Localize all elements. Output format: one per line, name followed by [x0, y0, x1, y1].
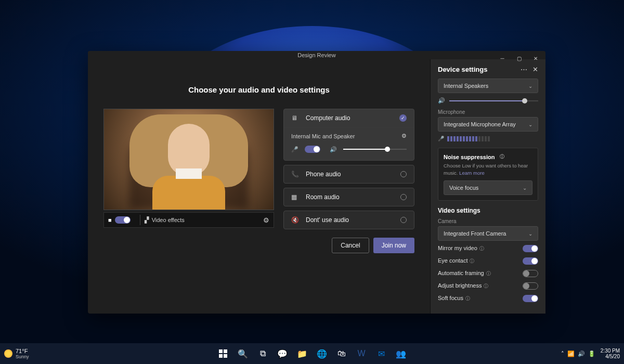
chevron-down-icon: ⌄: [528, 122, 532, 127]
store-icon[interactable]: 🛍: [332, 344, 351, 363]
microphone-icon: 🎤: [291, 146, 298, 153]
camera-preview: [103, 109, 274, 210]
task-view-icon[interactable]: ⧉: [253, 344, 272, 363]
phone-icon: 📞: [291, 171, 300, 178]
adjust-brightness-toggle-row: Adjust brightnessⓘ: [438, 282, 538, 290]
checkmark-icon: ✓: [399, 114, 407, 122]
battery-icon[interactable]: 🔋: [588, 350, 595, 357]
chevron-down-icon: ⌄: [523, 185, 527, 191]
maximize-button[interactable]: ▢: [511, 53, 527, 63]
preview-toolbar: ■ ▞ Video effects ⚙: [103, 212, 274, 228]
soft-focus-toggle[interactable]: [523, 295, 538, 302]
info-icon[interactable]: ⓘ: [465, 296, 470, 301]
video-effects-button[interactable]: Video effects: [152, 217, 185, 223]
automatic-framing-toggle-row: Automatic framingⓘ: [438, 270, 538, 277]
chevron-down-icon: ⌄: [528, 231, 532, 237]
chevron-up-icon[interactable]: ˄: [561, 350, 564, 357]
taskbar-clock[interactable]: 2:30 PM 4/5/20: [601, 348, 620, 359]
edge-icon[interactable]: 🌐: [313, 344, 331, 363]
page-title: Choose your audio and video settings: [103, 85, 414, 94]
gear-icon[interactable]: ⚙: [263, 216, 269, 224]
audio-option-room[interactable]: ▦ Room audio: [283, 188, 414, 206]
radio-unchecked: [400, 217, 407, 223]
file-explorer-icon[interactable]: 📁: [293, 344, 311, 363]
camera-section-label: Camera: [438, 218, 538, 224]
audio-option-phone[interactable]: 📞 Phone audio: [283, 165, 414, 184]
mirror-video-toggle-row: Mirror my videoⓘ: [438, 245, 538, 252]
more-icon[interactable]: ⋯: [521, 66, 527, 73]
eye-contact-toggle[interactable]: [523, 257, 538, 265]
soft-focus-toggle-row: Soft focusⓘ: [438, 295, 538, 302]
info-icon[interactable]: ⓘ: [479, 246, 484, 251]
adjust-brightness-toggle[interactable]: [523, 282, 538, 290]
computer-audio-icon: 🖥: [291, 114, 300, 122]
mixer-icon[interactable]: ⚙: [401, 133, 407, 139]
camera-dropdown[interactable]: Integrated Front Camera⌄: [438, 226, 538, 241]
svg-rect-2: [219, 354, 223, 358]
mirror-video-toggle[interactable]: [523, 245, 538, 252]
info-icon[interactable]: ⓘ: [484, 283, 488, 289]
outlook-icon[interactable]: ✉: [372, 344, 391, 363]
info-icon[interactable]: ⓘ: [500, 153, 504, 160]
chat-icon[interactable]: 💬: [273, 344, 292, 363]
system-tray[interactable]: ˄📶🔊🔋: [561, 350, 595, 357]
join-now-button[interactable]: Join now: [373, 238, 414, 253]
speaker-icon: 🔊: [438, 97, 445, 104]
room-audio-icon: ▦: [291, 193, 300, 201]
mute-icon: 🔇: [291, 216, 300, 224]
noise-suppression-box: Noise suppressionⓘ Choose Low if you wan…: [438, 148, 538, 201]
noise-suppression-dropdown[interactable]: Voice focus⌄: [444, 180, 532, 195]
settings-title: Device settings: [438, 66, 487, 73]
audio-source-label: Internal Mic and Speaker: [291, 133, 355, 139]
volume-slider[interactable]: [343, 149, 407, 150]
prejoin-dialog: Design Review ─ ▢ ✕ Choose your audio an…: [88, 51, 545, 314]
info-icon[interactable]: ⓘ: [486, 271, 491, 276]
window-title: Design Review: [297, 52, 335, 58]
titlebar: Design Review ─ ▢ ✕: [88, 51, 545, 59]
minimize-button[interactable]: ─: [495, 53, 510, 63]
speaker-icon: 🔊: [330, 146, 337, 153]
teams-icon[interactable]: 👥: [392, 344, 410, 363]
close-settings-icon[interactable]: ✕: [532, 66, 538, 73]
taskbar: 71°F Sunny 🔍 ⧉ 💬 📁 🌐 🛍 W ✉ 👥 ˄📶🔊🔋 2:30 P…: [0, 343, 624, 364]
radio-unchecked: [400, 194, 407, 200]
radio-unchecked: [400, 171, 407, 177]
svg-rect-0: [219, 349, 223, 353]
main-panel: Choose your audio and video settings ■ ▞…: [88, 59, 430, 314]
effects-icon: ▞: [145, 217, 149, 224]
eye-contact-toggle-row: Eye contactⓘ: [438, 257, 538, 265]
video-settings-title: Video settings: [438, 207, 538, 214]
microphone-level-meter: 🎤: [438, 136, 538, 141]
microphone-icon: 🎤: [438, 136, 444, 141]
chevron-down-icon: ⌄: [528, 83, 532, 89]
info-icon[interactable]: ⓘ: [470, 258, 474, 264]
microphone-dropdown[interactable]: Integrated Microphone Array⌄: [438, 117, 538, 132]
volume-icon[interactable]: 🔊: [578, 350, 585, 357]
speaker-volume-slider[interactable]: [449, 100, 538, 101]
learn-more-link[interactable]: Learn more: [459, 170, 485, 176]
microphone-toggle[interactable]: [305, 146, 320, 153]
microphone-section-label: Microphone: [438, 109, 538, 115]
word-icon[interactable]: W: [352, 344, 371, 363]
audio-option-none[interactable]: 🔇 Dont' use audio: [283, 211, 414, 229]
automatic-framing-toggle[interactable]: [523, 270, 538, 277]
camera-icon: ■: [108, 217, 112, 223]
speaker-dropdown[interactable]: Internal Speakers⌄: [438, 79, 538, 93]
close-button[interactable]: ✕: [528, 53, 543, 63]
audio-option-computer[interactable]: 🖥 Computer audio ✓ Internal Mic and Spea…: [283, 109, 414, 161]
camera-toggle[interactable]: [115, 216, 131, 224]
taskbar-weather[interactable]: 71°F Sunny: [4, 348, 29, 359]
wifi-icon[interactable]: 📶: [567, 350, 575, 357]
svg-rect-1: [224, 349, 227, 353]
device-settings-panel: Device settings ⋯ ✕ Internal Speakers⌄ 🔊…: [430, 59, 545, 314]
cancel-button[interactable]: Cancel: [332, 238, 369, 253]
start-button[interactable]: [214, 344, 232, 363]
search-icon[interactable]: 🔍: [233, 344, 252, 363]
weather-icon: [4, 349, 12, 358]
svg-rect-3: [224, 354, 227, 358]
